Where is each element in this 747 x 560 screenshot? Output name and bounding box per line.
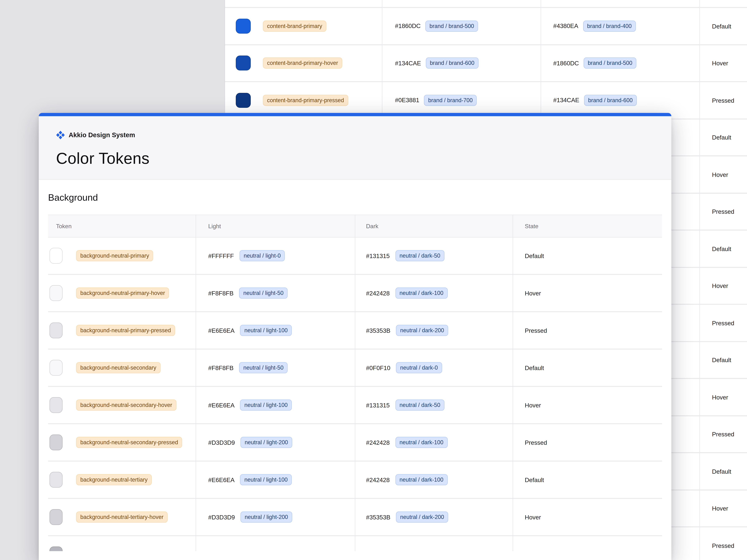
state-label: Hover bbox=[712, 60, 728, 67]
token-reference-badge: neutral / light-0 bbox=[239, 250, 285, 261]
hex-value: #35353B bbox=[366, 327, 390, 334]
token-name-badge: content-brand-primary-pressed bbox=[263, 95, 348, 106]
token-reference-badge: neutral / dark-100 bbox=[395, 437, 447, 448]
hex-value: #E6E6EA bbox=[208, 476, 234, 483]
value-cell: #35353Bneutral / dark-200 bbox=[355, 325, 513, 336]
token-reference-badge: brand / brand-400 bbox=[583, 20, 636, 32]
column-header-state: State bbox=[513, 223, 662, 230]
token-name-badge: content-brand-primary-hover bbox=[263, 58, 342, 69]
token-reference-badge: neutral / dark-100 bbox=[395, 474, 447, 485]
value-cell: #0E3881brand / brand-700 bbox=[382, 95, 541, 106]
value-cell: #1860DCbrand / brand-500 bbox=[541, 58, 700, 69]
token-cell: content-brand-primary bbox=[225, 19, 382, 33]
hex-value: #242428 bbox=[366, 476, 390, 483]
state-label: Pressed bbox=[525, 327, 547, 334]
hex-value: #242428 bbox=[366, 290, 390, 297]
column-header-token: Token bbox=[48, 223, 196, 230]
token-reference-badge: neutral / dark-50 bbox=[395, 250, 444, 261]
color-swatch bbox=[236, 93, 251, 108]
hex-value: #D3D3D9 bbox=[208, 439, 235, 446]
hex-value: #4380EA bbox=[553, 23, 578, 30]
token-reference-badge: brand / brand-700 bbox=[424, 95, 477, 106]
value-cell: #FFFFFFneutral / light-0 bbox=[196, 250, 355, 261]
modal-body: Background Token Light Dark State backgr… bbox=[39, 192, 671, 551]
token-reference-badge: brand / brand-600 bbox=[426, 58, 479, 69]
value-cell: #F8F8FBneutral / light-50 bbox=[196, 288, 355, 299]
state-cell: Default bbox=[700, 356, 747, 364]
color-swatch bbox=[50, 434, 62, 450]
token-name-badge: background-neutral-secondary-pressed bbox=[76, 437, 182, 448]
hex-value: #E6E6EA bbox=[208, 402, 234, 409]
state-cell: Pressed bbox=[700, 541, 747, 550]
hex-value: #134CAE bbox=[395, 59, 421, 66]
state-cell: Hover bbox=[513, 289, 662, 297]
hex-value: #E6E6EA bbox=[208, 327, 234, 334]
token-cell: background-neutral-primary-hover bbox=[48, 285, 196, 301]
token-cell: background-neutral-secondary bbox=[48, 360, 196, 376]
color-swatch bbox=[50, 360, 62, 376]
value-cell: #F8F8FBneutral / light-50 bbox=[196, 362, 355, 373]
state-label: Default bbox=[712, 468, 731, 475]
token-reference-badge: neutral / dark-50 bbox=[395, 399, 444, 411]
state-label: Pressed bbox=[712, 431, 734, 438]
token-cell: background-neutral-tertiary-hover bbox=[48, 509, 196, 525]
state-cell: Hover bbox=[513, 401, 662, 409]
value-cell: #131315neutral / dark-50 bbox=[355, 250, 513, 261]
color-tokens-modal: Akkio Design System Color Tokens Backgro… bbox=[39, 113, 671, 560]
hex-value: #0F0F10 bbox=[366, 364, 390, 371]
state-cell: Hover bbox=[513, 513, 662, 521]
token-cell bbox=[48, 546, 196, 551]
state-cell: Pressed bbox=[513, 438, 662, 447]
state-cell: Pressed bbox=[513, 326, 662, 335]
color-swatch bbox=[50, 285, 62, 301]
state-label: Default bbox=[712, 134, 731, 141]
token-reference-badge: neutral / light-50 bbox=[239, 288, 288, 299]
token-reference-badge: neutral / light-100 bbox=[240, 325, 292, 336]
token-name-badge: background-neutral-secondary-hover bbox=[76, 399, 176, 411]
value-cell: #242428neutral / dark-100 bbox=[355, 437, 513, 448]
state-label: Pressed bbox=[712, 208, 734, 215]
column-divider bbox=[513, 215, 513, 551]
hex-value: #131315 bbox=[366, 252, 390, 259]
state-cell: Default bbox=[513, 251, 662, 260]
state-cell: Pressed bbox=[700, 207, 747, 216]
value-cell: #242428neutral / dark-100 bbox=[355, 474, 513, 485]
value-cell: #1860DCbrand / brand-500 bbox=[382, 20, 541, 32]
value-cell: #242428neutral / dark-100 bbox=[355, 288, 513, 299]
table-row: content-brand-primary-hover#134CAEbrand … bbox=[225, 45, 747, 82]
color-swatch bbox=[50, 248, 62, 264]
state-label: Default bbox=[712, 23, 731, 30]
state-cell: Pressed bbox=[700, 430, 747, 438]
token-name-badge: background-neutral-tertiary-hover bbox=[76, 511, 168, 523]
state-label: Pressed bbox=[525, 439, 547, 446]
state-cell: Default bbox=[513, 364, 662, 372]
state-cell: Hover bbox=[700, 59, 747, 68]
token-cell: background-neutral-secondary-pressed bbox=[48, 434, 196, 450]
state-label: Hover bbox=[712, 171, 728, 178]
page-title: Color Tokens bbox=[56, 149, 654, 168]
token-cell: background-neutral-primary bbox=[48, 248, 196, 264]
value-cell: #D3D3D9neutral / light-200 bbox=[196, 437, 355, 448]
state-label: Hover bbox=[525, 514, 541, 521]
token-table: Token Light Dark State background-neutra… bbox=[48, 215, 662, 551]
state-cell: Pressed bbox=[700, 96, 747, 104]
value-cell: #E6E6EAneutral / light-100 bbox=[196, 399, 355, 411]
token-cell: background-neutral-primary-pressed bbox=[48, 322, 196, 338]
column-header-dark: Dark bbox=[355, 223, 513, 230]
token-name-badge: content-brand-primary bbox=[263, 20, 326, 32]
color-swatch bbox=[50, 472, 62, 488]
token-cell: content-brand-primary-hover bbox=[225, 56, 382, 71]
brand-name: Akkio Design System bbox=[69, 131, 135, 139]
state-cell: Hover bbox=[700, 393, 747, 401]
state-cell: Default bbox=[700, 133, 747, 141]
column-divider bbox=[196, 215, 196, 551]
hex-value: #242428 bbox=[366, 439, 390, 446]
token-reference-badge: neutral / light-50 bbox=[239, 362, 288, 373]
state-label: Default bbox=[525, 477, 544, 483]
hex-value: #35353B bbox=[366, 514, 390, 521]
hex-value: #1860DC bbox=[395, 23, 421, 30]
screen: content-brand-primary#1860DCbrand / bran… bbox=[0, 0, 747, 560]
state-cell: Hover bbox=[700, 170, 747, 179]
hex-value: #F8F8FB bbox=[208, 364, 234, 371]
table-row: content-brand-primary#1860DCbrand / bran… bbox=[225, 8, 747, 45]
